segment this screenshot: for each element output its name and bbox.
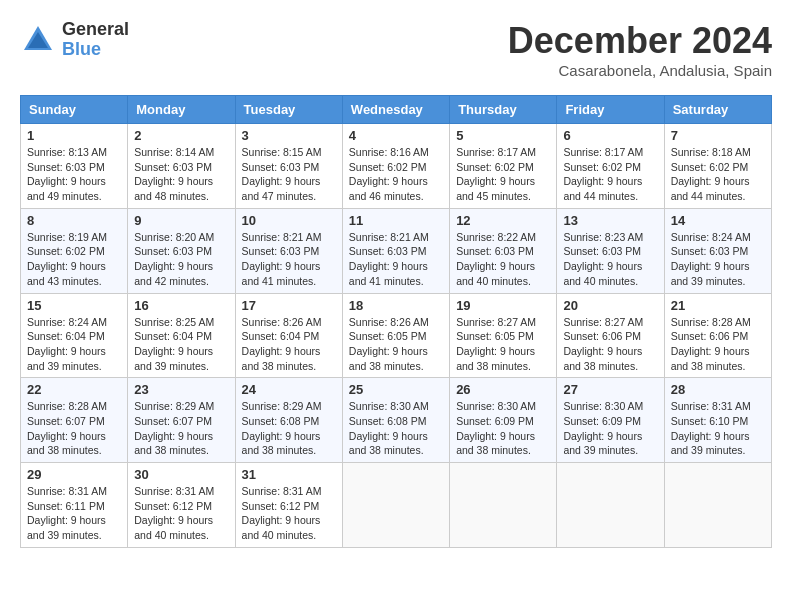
day-info: Sunrise: 8:24 AMSunset: 6:04 PMDaylight:… [27, 316, 107, 372]
calendar-cell [342, 463, 449, 548]
day-info: Sunrise: 8:15 AMSunset: 6:03 PMDaylight:… [242, 146, 322, 202]
calendar-cell: 28Sunrise: 8:31 AMSunset: 6:10 PMDayligh… [664, 378, 771, 463]
day-info: Sunrise: 8:29 AMSunset: 6:08 PMDaylight:… [242, 400, 322, 456]
day-number: 7 [671, 128, 765, 143]
day-number: 8 [27, 213, 121, 228]
day-number: 1 [27, 128, 121, 143]
calendar-cell: 17Sunrise: 8:26 AMSunset: 6:04 PMDayligh… [235, 293, 342, 378]
day-number: 10 [242, 213, 336, 228]
day-number: 27 [563, 382, 657, 397]
calendar-header-row: SundayMondayTuesdayWednesdayThursdayFrid… [21, 96, 772, 124]
calendar-cell: 1Sunrise: 8:13 AMSunset: 6:03 PMDaylight… [21, 124, 128, 209]
calendar-cell: 30Sunrise: 8:31 AMSunset: 6:12 PMDayligh… [128, 463, 235, 548]
day-header-tuesday: Tuesday [235, 96, 342, 124]
calendar-location: Casarabonela, Andalusia, Spain [508, 62, 772, 79]
day-info: Sunrise: 8:30 AMSunset: 6:09 PMDaylight:… [456, 400, 536, 456]
calendar-cell: 9Sunrise: 8:20 AMSunset: 6:03 PMDaylight… [128, 208, 235, 293]
day-info: Sunrise: 8:28 AMSunset: 6:06 PMDaylight:… [671, 316, 751, 372]
calendar-cell: 3Sunrise: 8:15 AMSunset: 6:03 PMDaylight… [235, 124, 342, 209]
day-number: 28 [671, 382, 765, 397]
calendar-cell [557, 463, 664, 548]
page-header: General Blue December 2024 Casarabonela,… [20, 20, 772, 79]
day-info: Sunrise: 8:16 AMSunset: 6:02 PMDaylight:… [349, 146, 429, 202]
calendar-cell: 22Sunrise: 8:28 AMSunset: 6:07 PMDayligh… [21, 378, 128, 463]
day-number: 6 [563, 128, 657, 143]
logo-text: General Blue [62, 20, 129, 60]
day-header-thursday: Thursday [450, 96, 557, 124]
calendar-cell: 15Sunrise: 8:24 AMSunset: 6:04 PMDayligh… [21, 293, 128, 378]
day-number: 2 [134, 128, 228, 143]
calendar-cell [664, 463, 771, 548]
logo: General Blue [20, 20, 129, 60]
day-info: Sunrise: 8:30 AMSunset: 6:08 PMDaylight:… [349, 400, 429, 456]
day-number: 11 [349, 213, 443, 228]
calendar-week-5: 29Sunrise: 8:31 AMSunset: 6:11 PMDayligh… [21, 463, 772, 548]
day-info: Sunrise: 8:29 AMSunset: 6:07 PMDaylight:… [134, 400, 214, 456]
day-info: Sunrise: 8:18 AMSunset: 6:02 PMDaylight:… [671, 146, 751, 202]
calendar-week-1: 1Sunrise: 8:13 AMSunset: 6:03 PMDaylight… [21, 124, 772, 209]
logo-general: General [62, 20, 129, 40]
calendar-cell: 13Sunrise: 8:23 AMSunset: 6:03 PMDayligh… [557, 208, 664, 293]
day-number: 18 [349, 298, 443, 313]
day-header-monday: Monday [128, 96, 235, 124]
day-info: Sunrise: 8:26 AMSunset: 6:04 PMDaylight:… [242, 316, 322, 372]
logo-icon [20, 22, 56, 58]
calendar-cell: 10Sunrise: 8:21 AMSunset: 6:03 PMDayligh… [235, 208, 342, 293]
calendar-cell: 6Sunrise: 8:17 AMSunset: 6:02 PMDaylight… [557, 124, 664, 209]
day-info: Sunrise: 8:21 AMSunset: 6:03 PMDaylight:… [349, 231, 429, 287]
calendar-cell: 23Sunrise: 8:29 AMSunset: 6:07 PMDayligh… [128, 378, 235, 463]
day-number: 25 [349, 382, 443, 397]
title-block: December 2024 Casarabonela, Andalusia, S… [508, 20, 772, 79]
day-header-sunday: Sunday [21, 96, 128, 124]
day-number: 29 [27, 467, 121, 482]
day-number: 14 [671, 213, 765, 228]
day-number: 30 [134, 467, 228, 482]
calendar-week-4: 22Sunrise: 8:28 AMSunset: 6:07 PMDayligh… [21, 378, 772, 463]
calendar-cell: 11Sunrise: 8:21 AMSunset: 6:03 PMDayligh… [342, 208, 449, 293]
day-header-friday: Friday [557, 96, 664, 124]
day-number: 19 [456, 298, 550, 313]
calendar-cell [450, 463, 557, 548]
day-info: Sunrise: 8:28 AMSunset: 6:07 PMDaylight:… [27, 400, 107, 456]
day-number: 23 [134, 382, 228, 397]
day-info: Sunrise: 8:17 AMSunset: 6:02 PMDaylight:… [456, 146, 536, 202]
day-info: Sunrise: 8:31 AMSunset: 6:10 PMDaylight:… [671, 400, 751, 456]
calendar-cell: 25Sunrise: 8:30 AMSunset: 6:08 PMDayligh… [342, 378, 449, 463]
calendar-cell: 5Sunrise: 8:17 AMSunset: 6:02 PMDaylight… [450, 124, 557, 209]
calendar-cell: 24Sunrise: 8:29 AMSunset: 6:08 PMDayligh… [235, 378, 342, 463]
day-number: 26 [456, 382, 550, 397]
calendar-cell: 20Sunrise: 8:27 AMSunset: 6:06 PMDayligh… [557, 293, 664, 378]
day-info: Sunrise: 8:25 AMSunset: 6:04 PMDaylight:… [134, 316, 214, 372]
day-number: 5 [456, 128, 550, 143]
calendar-cell: 4Sunrise: 8:16 AMSunset: 6:02 PMDaylight… [342, 124, 449, 209]
calendar-week-3: 15Sunrise: 8:24 AMSunset: 6:04 PMDayligh… [21, 293, 772, 378]
day-info: Sunrise: 8:27 AMSunset: 6:06 PMDaylight:… [563, 316, 643, 372]
day-info: Sunrise: 8:27 AMSunset: 6:05 PMDaylight:… [456, 316, 536, 372]
calendar-cell: 14Sunrise: 8:24 AMSunset: 6:03 PMDayligh… [664, 208, 771, 293]
calendar-cell: 31Sunrise: 8:31 AMSunset: 6:12 PMDayligh… [235, 463, 342, 548]
day-header-wednesday: Wednesday [342, 96, 449, 124]
day-number: 15 [27, 298, 121, 313]
calendar-cell: 26Sunrise: 8:30 AMSunset: 6:09 PMDayligh… [450, 378, 557, 463]
day-info: Sunrise: 8:17 AMSunset: 6:02 PMDaylight:… [563, 146, 643, 202]
calendar-cell: 21Sunrise: 8:28 AMSunset: 6:06 PMDayligh… [664, 293, 771, 378]
calendar-table: SundayMondayTuesdayWednesdayThursdayFrid… [20, 95, 772, 548]
day-info: Sunrise: 8:20 AMSunset: 6:03 PMDaylight:… [134, 231, 214, 287]
day-number: 13 [563, 213, 657, 228]
calendar-cell: 19Sunrise: 8:27 AMSunset: 6:05 PMDayligh… [450, 293, 557, 378]
day-number: 4 [349, 128, 443, 143]
calendar-cell: 16Sunrise: 8:25 AMSunset: 6:04 PMDayligh… [128, 293, 235, 378]
day-number: 24 [242, 382, 336, 397]
day-info: Sunrise: 8:21 AMSunset: 6:03 PMDaylight:… [242, 231, 322, 287]
calendar-cell: 7Sunrise: 8:18 AMSunset: 6:02 PMDaylight… [664, 124, 771, 209]
day-info: Sunrise: 8:13 AMSunset: 6:03 PMDaylight:… [27, 146, 107, 202]
day-info: Sunrise: 8:31 AMSunset: 6:12 PMDaylight:… [242, 485, 322, 541]
day-number: 17 [242, 298, 336, 313]
calendar-title: December 2024 [508, 20, 772, 62]
calendar-cell: 29Sunrise: 8:31 AMSunset: 6:11 PMDayligh… [21, 463, 128, 548]
logo-blue: Blue [62, 40, 129, 60]
calendar-cell: 8Sunrise: 8:19 AMSunset: 6:02 PMDaylight… [21, 208, 128, 293]
day-info: Sunrise: 8:22 AMSunset: 6:03 PMDaylight:… [456, 231, 536, 287]
calendar-week-2: 8Sunrise: 8:19 AMSunset: 6:02 PMDaylight… [21, 208, 772, 293]
day-number: 22 [27, 382, 121, 397]
